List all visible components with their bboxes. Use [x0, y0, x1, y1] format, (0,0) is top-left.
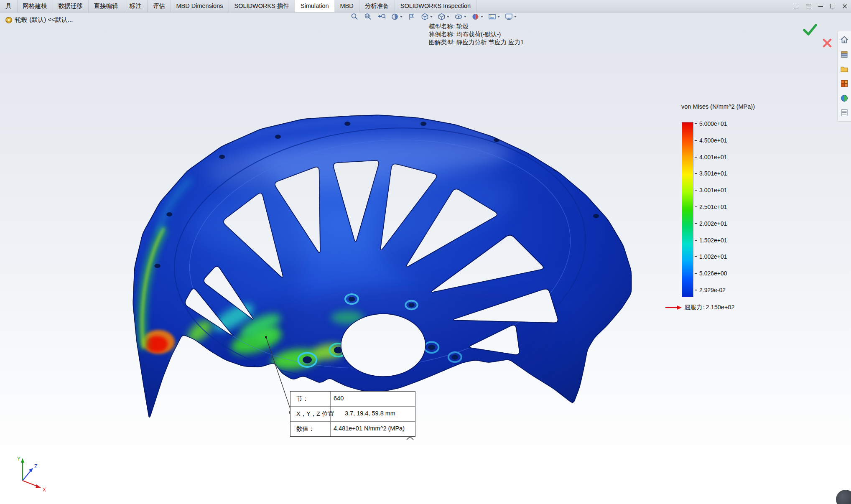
x-axis-arrow — [36, 484, 41, 488]
apply-scene-button[interactable] — [487, 12, 501, 22]
dropdown-arrow-icon[interactable] — [447, 16, 449, 18]
options-panel-icon[interactable] — [805, 3, 811, 10]
feature-tree-root-label: 轮毂 (默认) <<默认... — [15, 16, 73, 24]
custom-properties-button[interactable] — [839, 108, 849, 118]
tab-evaluate[interactable]: 评估 — [148, 0, 171, 12]
dropdown-arrow-icon[interactable] — [481, 16, 483, 18]
view-settings-button[interactable] — [504, 12, 517, 22]
y-axis-label: Y — [17, 456, 20, 462]
tick-mark — [695, 240, 697, 241]
legend-value: 2.501e+01 — [699, 204, 727, 210]
tick-mark — [695, 173, 697, 174]
interface-toggle-icon[interactable] — [793, 3, 799, 10]
previous-view-icon — [377, 13, 386, 21]
zoom-to-fit-button[interactable] — [349, 12, 360, 22]
edit-appearance-icon — [471, 13, 480, 21]
appearances-button[interactable] — [839, 93, 849, 103]
dropdown-arrow-icon[interactable] — [430, 16, 433, 18]
tab-tools-partial[interactable]: 具 — [0, 0, 18, 12]
tick-mark — [695, 140, 697, 141]
section-view-button[interactable] — [390, 12, 403, 22]
view-orientation-icon — [420, 13, 429, 21]
display-style-button[interactable] — [436, 12, 450, 22]
model-viewport[interactable] — [0, 0, 851, 504]
tick-mark — [695, 157, 697, 158]
legend-value: 5.026e+00 — [699, 270, 727, 277]
section-view-icon — [390, 13, 399, 21]
tab-mbd[interactable]: MBD — [335, 0, 359, 12]
maximize-button[interactable] — [830, 3, 836, 10]
tick-mark — [695, 256, 697, 257]
tab-simulation[interactable]: Simulation — [295, 0, 335, 12]
zoom-to-fit-icon — [350, 13, 359, 21]
tick-mark — [695, 206, 697, 207]
check-icon — [803, 23, 818, 36]
tab-solidworks-inspection[interactable]: SOLIDWORKS Inspection — [395, 0, 476, 12]
eye-icon — [454, 13, 463, 21]
edit-appearance-button[interactable] — [470, 12, 484, 22]
solidworks-window: 具 网格建模 数据迁移 直接编辑 标注 评估 MBD Dimensions SO… — [0, 0, 851, 504]
tab-solidworks-addins[interactable]: SOLIDWORKS 插件 — [229, 0, 295, 12]
dynamic-annotation-icon — [407, 13, 416, 21]
dropdown-arrow-icon[interactable] — [400, 16, 403, 18]
study-name-line: 算例名称: 均布载荷(-默认-) — [429, 31, 524, 38]
tab-mbd-dimensions[interactable]: MBD Dimensions — [171, 0, 229, 12]
part-icon — [5, 16, 13, 24]
hide-show-items-button[interactable] — [453, 12, 467, 22]
yield-label: 屈服力: 2.150e+02 — [684, 303, 735, 311]
view-palette-button[interactable] — [839, 79, 849, 89]
legend-tick: 1.502e+01 — [695, 236, 727, 244]
red-x-icon — [823, 38, 832, 48]
tab-mesh-modeling[interactable]: 网格建模 — [18, 0, 53, 12]
task-pane-home-button[interactable] — [839, 35, 849, 45]
tick-mark — [695, 223, 697, 224]
probe-row-label: 节： — [290, 392, 331, 407]
legend-value: 4.500e+01 — [699, 137, 727, 144]
legend-tick: 3.001e+01 — [695, 186, 727, 194]
legend-value: 1.002e+01 — [699, 253, 727, 260]
design-library-button[interactable] — [839, 49, 849, 59]
confirm-check-button[interactable] — [803, 23, 818, 38]
y-axis-arrow — [21, 458, 24, 463]
close-plot-button[interactable] — [823, 38, 832, 49]
dropdown-arrow-icon[interactable] — [497, 16, 500, 18]
legend-tick: 4.500e+01 — [695, 136, 727, 145]
minimize-button[interactable] — [818, 3, 823, 10]
legend-tick: 3.501e+01 — [695, 169, 727, 178]
tab-direct-editing[interactable]: 直接编辑 — [89, 0, 124, 12]
legend-tick: 5.000e+01 — [695, 120, 727, 128]
window-controls — [793, 0, 848, 12]
tick-mark — [695, 290, 697, 290]
view-palette-icon — [840, 79, 849, 88]
previous-view-button[interactable] — [376, 12, 387, 22]
tab-annotation[interactable]: 标注 — [124, 0, 148, 12]
close-button[interactable] — [842, 3, 848, 10]
dropdown-arrow-icon[interactable] — [514, 16, 517, 18]
tick-mark — [695, 273, 697, 274]
view-settings-icon — [504, 13, 513, 21]
plot-info-text: 模型名称: 轮毂 算例名称: 均布载荷(-默认-) 图解类型: 静应力分析 节应… — [429, 23, 524, 46]
legend-value: 2.929e-02 — [699, 287, 726, 293]
legend-title: von Mises (N/mm^2 (MPa)) — [681, 103, 755, 110]
legend-value: 5.000e+01 — [699, 120, 727, 127]
design-library-icon — [840, 50, 849, 59]
dropdown-arrow-icon[interactable] — [464, 16, 466, 18]
plot-type-line: 图解类型: 静应力分析 节应力 应力1 — [429, 38, 524, 46]
model-name-line: 模型名称: 轮毂 — [429, 23, 524, 31]
tab-analysis-preparation[interactable]: 分析准备 — [359, 0, 395, 12]
legend-tick: 4.001e+01 — [695, 153, 727, 161]
legend-tick: 1.002e+01 — [695, 252, 727, 261]
command-manager-tab-bar: 具 网格建模 数据迁移 直接编辑 标注 评估 MBD Dimensions SO… — [0, 0, 851, 13]
legend-tick: 2.929e-02 — [695, 286, 726, 294]
dynamic-annotation-button[interactable] — [406, 12, 417, 22]
probe-row-label: 数值： — [290, 422, 331, 436]
file-explorer-button[interactable] — [839, 64, 849, 74]
tab-data-migration[interactable]: 数据迁移 — [53, 0, 89, 12]
heads-up-toolbar — [349, 12, 517, 22]
callout-collapse-icon[interactable] — [405, 435, 415, 441]
probe-row-value: 4.481e+01 N/mm^2 (MPa) — [331, 422, 415, 436]
view-orientation-button[interactable] — [420, 12, 433, 22]
z-axis-label: Z — [34, 463, 37, 469]
feature-tree-root[interactable]: 轮毂 (默认) <<默认... — [5, 16, 73, 24]
zoom-to-area-button[interactable] — [363, 12, 373, 22]
